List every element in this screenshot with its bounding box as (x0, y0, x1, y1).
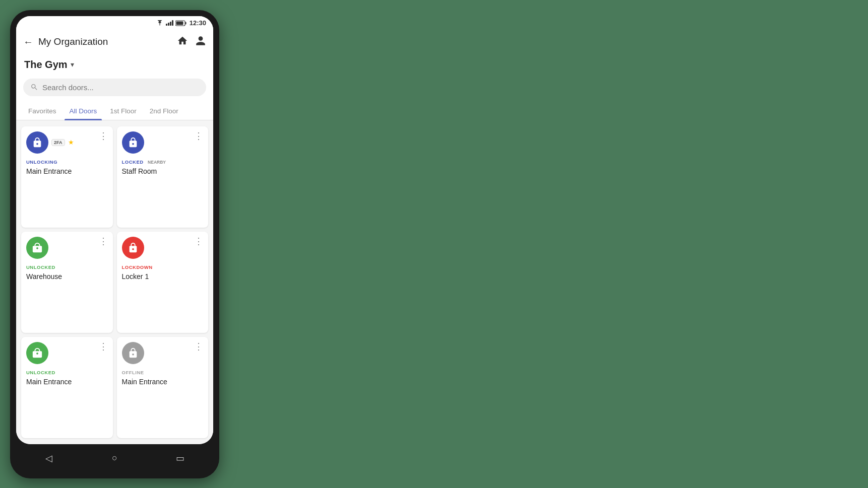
app-bar: ← My Organization (16, 30, 213, 54)
door-name-4: Locker 1 (122, 272, 204, 281)
page-title: My Organization (38, 36, 172, 47)
door-name-2: Staff Room (122, 167, 204, 175)
lock-icon-2 (122, 131, 144, 154)
badge-star-1: ★ (68, 138, 74, 146)
battery-icon (175, 20, 187, 26)
more-menu-3[interactable]: ⋮ (99, 237, 108, 246)
door-status-2: LOCKED (122, 159, 144, 165)
wifi-icon (156, 20, 164, 26)
door-card-warehouse[interactable]: ⋮ UNLOCKED Warehouse (21, 232, 113, 333)
door-status-row-4: LOCKDOWN (122, 262, 204, 271)
card-top-4: ⋮ (122, 237, 204, 259)
door-card-main-entrance-offline[interactable]: ⋮ OFFLINE Main Entrance (117, 337, 209, 438)
svg-rect-2 (176, 21, 183, 25)
door-status-row-3: UNLOCKED (26, 262, 108, 271)
door-status-row-5: UNLOCKED (26, 367, 108, 376)
lock-icon-1 (26, 131, 48, 154)
door-card-locker1[interactable]: ⋮ LOCKDOWN Locker 1 (117, 232, 209, 333)
tab-all-doors[interactable]: All Doors (65, 102, 102, 120)
door-grid: 2FA ★ ⋮ UNLOCKING Main Entrance ⋮ (16, 120, 213, 444)
door-name-6: Main Entrance (122, 378, 204, 386)
badge-2fa-1: 2FA (51, 139, 65, 146)
more-menu-2[interactable]: ⋮ (194, 131, 203, 141)
card-top-2: ⋮ (122, 131, 204, 154)
lock-icon-5 (26, 342, 48, 364)
more-menu-1[interactable]: ⋮ (99, 131, 108, 141)
status-icons: 12:30 (156, 19, 206, 27)
door-status-row-6: OFFLINE (122, 367, 204, 376)
door-card-main-entrance-2[interactable]: ⋮ UNLOCKED Main Entrance (21, 337, 113, 438)
more-menu-6[interactable]: ⋮ (194, 342, 203, 351)
status-bar: 12:30 (16, 16, 213, 30)
search-box[interactable] (23, 79, 206, 96)
card-top-6: ⋮ (122, 342, 204, 364)
tab-1st-floor[interactable]: 1st Floor (105, 102, 142, 120)
nav-recents-button[interactable]: ▭ (171, 449, 190, 467)
tabs: Favorites All Doors 1st Floor 2nd Floor (16, 102, 213, 120)
more-menu-4[interactable]: ⋮ (194, 237, 203, 246)
lock-icon-4 (122, 237, 144, 259)
door-status-6: OFFLINE (122, 370, 144, 375)
phone-screen: 12:30 ← My Organization The Gym ▾ (16, 16, 213, 444)
badge-nearby-2: NEARBY (148, 160, 166, 165)
door-status-3: UNLOCKED (26, 264, 55, 270)
lock-icon-6 (122, 342, 144, 364)
search-container (16, 75, 213, 102)
tab-favorites[interactable]: Favorites (23, 102, 61, 120)
search-icon (30, 83, 38, 91)
lock-icon-3 (26, 237, 48, 259)
nav-back-button[interactable]: ◁ (40, 449, 58, 467)
time-display: 12:30 (190, 19, 206, 27)
door-name-3: Warehouse (26, 272, 108, 281)
signal-bars (166, 20, 173, 26)
location-name: The Gym (24, 59, 68, 71)
home-icon[interactable] (177, 35, 188, 49)
door-name-1: Main Entrance (26, 167, 108, 175)
door-status-4: LOCKDOWN (122, 264, 153, 270)
door-card-staff-room[interactable]: ⋮ LOCKED NEARBY Staff Room (117, 126, 209, 228)
card-top-5: ⋮ (26, 342, 108, 364)
chevron-down-icon: ▾ (71, 60, 74, 68)
card-top-1: 2FA ★ ⋮ (26, 131, 108, 154)
app-bar-icons (177, 35, 206, 49)
back-button[interactable]: ← (23, 36, 33, 48)
door-card-main-entrance-1[interactable]: 2FA ★ ⋮ UNLOCKING Main Entrance (21, 126, 113, 228)
door-name-5: Main Entrance (26, 378, 108, 386)
svg-rect-1 (185, 22, 186, 24)
door-status-5: UNLOCKED (26, 370, 55, 375)
location-selector[interactable]: The Gym ▾ (16, 54, 213, 75)
phone-device: 12:30 ← My Organization The Gym ▾ (10, 10, 219, 478)
bottom-nav: ◁ ○ ▭ (16, 444, 213, 472)
door-status-row-2: LOCKED NEARBY (122, 157, 204, 166)
door-status-1: UNLOCKING (26, 159, 57, 165)
door-status-row-1: UNLOCKING (26, 157, 108, 166)
more-menu-5[interactable]: ⋮ (99, 342, 108, 351)
card-top-left-1: 2FA ★ (26, 131, 74, 154)
tab-2nd-floor[interactable]: 2nd Floor (145, 102, 183, 120)
card-top-3: ⋮ (26, 237, 108, 259)
profile-icon[interactable] (195, 35, 206, 49)
nav-home-button[interactable]: ○ (105, 449, 123, 467)
search-input[interactable] (42, 83, 199, 92)
